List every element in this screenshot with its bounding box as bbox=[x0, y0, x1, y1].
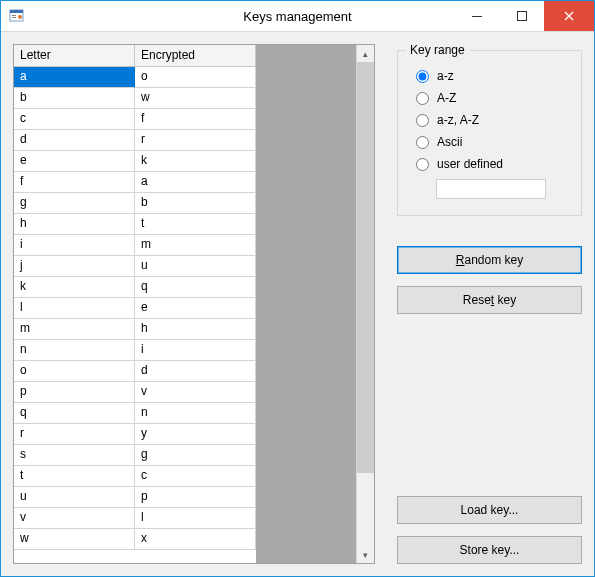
table-row[interactable]: ao bbox=[14, 67, 256, 88]
cell-letter[interactable]: t bbox=[14, 466, 135, 487]
table-row[interactable]: sg bbox=[14, 445, 256, 466]
cell-encrypted[interactable]: f bbox=[135, 109, 256, 130]
cell-encrypted[interactable]: n bbox=[135, 403, 256, 424]
scroll-up-button[interactable]: ▴ bbox=[357, 45, 374, 62]
radio-user[interactable] bbox=[416, 158, 429, 171]
radio-ascii[interactable] bbox=[416, 136, 429, 149]
table-row[interactable]: im bbox=[14, 235, 256, 256]
cell-letter[interactable]: k bbox=[14, 277, 135, 298]
cell-letter[interactable]: q bbox=[14, 403, 135, 424]
cell-letter[interactable]: c bbox=[14, 109, 135, 130]
cell-encrypted[interactable]: k bbox=[135, 151, 256, 172]
table-row[interactable]: ni bbox=[14, 340, 256, 361]
cell-encrypted[interactable]: b bbox=[135, 193, 256, 214]
scroll-track[interactable] bbox=[357, 62, 374, 546]
scroll-thumb[interactable] bbox=[357, 62, 374, 473]
cell-letter[interactable]: h bbox=[14, 214, 135, 235]
cell-letter[interactable]: e bbox=[14, 151, 135, 172]
right-panel: Key range a-zA-Za-z, A-ZAsciiuser define… bbox=[397, 44, 582, 564]
table-row[interactable]: ht bbox=[14, 214, 256, 235]
maximize-button[interactable] bbox=[499, 1, 544, 31]
table-row[interactable]: ry bbox=[14, 424, 256, 445]
cell-letter[interactable]: j bbox=[14, 256, 135, 277]
keys-grid[interactable]: Letter Encrypted aobwcfdrekfagbhtimjukql… bbox=[13, 44, 375, 564]
cell-encrypted[interactable]: t bbox=[135, 214, 256, 235]
cell-encrypted[interactable]: p bbox=[135, 487, 256, 508]
cell-letter[interactable]: g bbox=[14, 193, 135, 214]
table-row[interactable]: dr bbox=[14, 130, 256, 151]
table-row[interactable]: ek bbox=[14, 151, 256, 172]
svg-rect-5 bbox=[472, 16, 482, 17]
cell-letter[interactable]: w bbox=[14, 529, 135, 550]
cell-encrypted[interactable]: l bbox=[135, 508, 256, 529]
col-header-encrypted[interactable]: Encrypted bbox=[135, 45, 256, 67]
cell-encrypted[interactable]: r bbox=[135, 130, 256, 151]
cell-encrypted[interactable]: u bbox=[135, 256, 256, 277]
minimize-button[interactable] bbox=[454, 1, 499, 31]
cell-letter[interactable]: a bbox=[14, 67, 135, 88]
table-row[interactable]: qn bbox=[14, 403, 256, 424]
table-row[interactable]: le bbox=[14, 298, 256, 319]
cell-letter[interactable]: f bbox=[14, 172, 135, 193]
radio-azAZ[interactable] bbox=[416, 114, 429, 127]
radio-AZ[interactable] bbox=[416, 92, 429, 105]
cell-encrypted[interactable]: v bbox=[135, 382, 256, 403]
cell-letter[interactable]: n bbox=[14, 340, 135, 361]
cell-letter[interactable]: s bbox=[14, 445, 135, 466]
close-button[interactable] bbox=[544, 1, 594, 31]
cell-encrypted[interactable]: c bbox=[135, 466, 256, 487]
radio-label: user defined bbox=[437, 157, 503, 171]
cell-encrypted[interactable]: q bbox=[135, 277, 256, 298]
cell-encrypted[interactable]: d bbox=[135, 361, 256, 382]
grid-scrollbar[interactable]: ▴ ▾ bbox=[356, 45, 374, 563]
table-row[interactable]: fa bbox=[14, 172, 256, 193]
table-row[interactable]: ju bbox=[14, 256, 256, 277]
cell-letter[interactable]: m bbox=[14, 319, 135, 340]
table-row[interactable]: gb bbox=[14, 193, 256, 214]
cell-letter[interactable]: i bbox=[14, 235, 135, 256]
radio-az[interactable] bbox=[416, 70, 429, 83]
key-range-option-AZ[interactable]: A-Z bbox=[416, 91, 569, 105]
cell-encrypted[interactable]: y bbox=[135, 424, 256, 445]
col-header-letter[interactable]: Letter bbox=[14, 45, 135, 67]
table-row[interactable]: od bbox=[14, 361, 256, 382]
reset-key-button[interactable]: Reset key bbox=[397, 286, 582, 314]
cell-encrypted[interactable]: x bbox=[135, 529, 256, 550]
cell-letter[interactable]: l bbox=[14, 298, 135, 319]
cell-encrypted[interactable]: i bbox=[135, 340, 256, 361]
cell-encrypted[interactable]: a bbox=[135, 172, 256, 193]
table-row[interactable]: bw bbox=[14, 88, 256, 109]
table-row[interactable]: kq bbox=[14, 277, 256, 298]
scroll-down-button[interactable]: ▾ bbox=[357, 546, 374, 563]
cell-encrypted[interactable]: m bbox=[135, 235, 256, 256]
cell-encrypted[interactable]: g bbox=[135, 445, 256, 466]
table-row[interactable]: mh bbox=[14, 319, 256, 340]
table-row[interactable]: tc bbox=[14, 466, 256, 487]
cell-encrypted[interactable]: h bbox=[135, 319, 256, 340]
table-row[interactable]: vl bbox=[14, 508, 256, 529]
store-key-button[interactable]: Store key... bbox=[397, 536, 582, 564]
key-range-option-azAZ[interactable]: a-z, A-Z bbox=[416, 113, 569, 127]
cell-letter[interactable]: v bbox=[14, 508, 135, 529]
key-range-option-az[interactable]: a-z bbox=[416, 69, 569, 83]
cell-encrypted[interactable]: w bbox=[135, 88, 256, 109]
cell-letter[interactable]: p bbox=[14, 382, 135, 403]
table-row[interactable]: cf bbox=[14, 109, 256, 130]
cell-encrypted[interactable]: o bbox=[135, 67, 256, 88]
key-range-option-user[interactable]: user defined bbox=[416, 157, 569, 171]
key-range-group: Key range a-zA-Za-z, A-ZAsciiuser define… bbox=[397, 50, 582, 216]
table-row[interactable]: wx bbox=[14, 529, 256, 550]
cell-letter[interactable]: r bbox=[14, 424, 135, 445]
table-row[interactable]: pv bbox=[14, 382, 256, 403]
cell-encrypted[interactable]: e bbox=[135, 298, 256, 319]
cell-letter[interactable]: u bbox=[14, 487, 135, 508]
key-range-legend: Key range bbox=[406, 43, 469, 57]
key-range-option-ascii[interactable]: Ascii bbox=[416, 135, 569, 149]
random-key-button[interactable]: Random key bbox=[397, 246, 582, 274]
cell-letter[interactable]: b bbox=[14, 88, 135, 109]
table-row[interactable]: up bbox=[14, 487, 256, 508]
cell-letter[interactable]: o bbox=[14, 361, 135, 382]
user-defined-input[interactable] bbox=[436, 179, 546, 199]
load-key-button[interactable]: Load key... bbox=[397, 496, 582, 524]
cell-letter[interactable]: d bbox=[14, 130, 135, 151]
